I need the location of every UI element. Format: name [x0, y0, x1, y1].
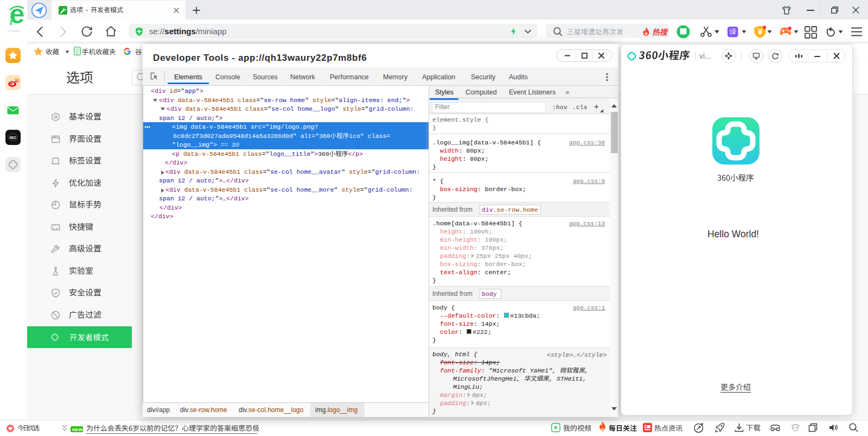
svg-text:e: e	[10, 0, 25, 29]
svg-text:ISC: ISC	[10, 135, 17, 140]
